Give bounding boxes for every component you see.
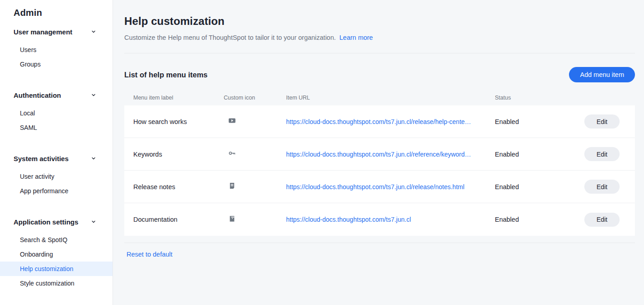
sidebar-item-groups[interactable]: Groups [0, 57, 113, 71]
sidebar-item-saml[interactable]: SAML [0, 120, 113, 135]
item-url-link[interactable]: https://cloud-docs.thoughtspot.com/ts7.j… [286, 151, 471, 158]
sidebar-section: System activities User activity App perf… [0, 151, 113, 198]
sidebar-section: Authentication Local SAML [0, 88, 113, 135]
sidebar-item-help-customization[interactable]: Help customization [0, 262, 113, 276]
sidebar-item-app-performance[interactable]: App performance [0, 184, 113, 198]
page-description: Customize the Help menu of ThoughtSpot t… [124, 34, 635, 41]
sidebar-section-application-settings[interactable]: Application settings [0, 214, 113, 229]
list-header: List of help menu items Add menu item [124, 67, 635, 82]
sidebar-title: Admin [14, 8, 113, 18]
chevron-down-icon [91, 92, 96, 98]
menu-item-label: Release notes [133, 183, 224, 191]
edit-button[interactable]: Edit [584, 147, 620, 161]
add-menu-item-button[interactable]: Add menu item [569, 67, 635, 82]
sidebar-section: Application settings Search & SpotIQ Onb… [0, 214, 113, 291]
sidebar-item-search-spotiq[interactable]: Search & SpotIQ [0, 233, 113, 247]
sidebar-nav: User management Users Groups Authenticat… [0, 24, 113, 291]
video-icon [228, 117, 236, 124]
chevron-down-icon [91, 219, 96, 224]
key-icon [228, 149, 236, 157]
table-body: How search works https://cloud-docs.thou… [124, 105, 635, 236]
column-header-custom-icon: Custom icon [224, 95, 286, 101]
sidebar: Admin User management Users Groups Authe… [0, 0, 113, 305]
menu-item-label: Keywords [133, 151, 224, 158]
item-url-link[interactable]: https://cloud-docs.thoughtspot.com/ts7.j… [286, 118, 471, 125]
app: Admin User management Users Groups Authe… [0, 0, 644, 305]
menu-item-label: How search works [133, 118, 224, 125]
header-divider [124, 53, 635, 53]
main-content: Help customization Customize the Help me… [113, 0, 644, 305]
learn-more-link[interactable]: Learn more [339, 34, 373, 41]
item-url-link[interactable]: https://cloud-docs.thoughtspot.com/ts7.j… [286, 216, 411, 223]
status-text: Enabled [495, 118, 583, 125]
table-row: Release notes https://cloud-docs.thought… [124, 171, 635, 203]
sidebar-section-user-management[interactable]: User management [0, 24, 113, 39]
table-divider [124, 243, 635, 243]
status-text: Enabled [495, 151, 583, 158]
help-menu-table: Menu item label Custom icon Item URL Sta… [124, 95, 635, 236]
document-icon [228, 182, 236, 190]
sidebar-section-authentication[interactable]: Authentication [0, 88, 113, 102]
status-text: Enabled [495, 216, 583, 223]
table-row: Keywords https://cloud-docs.thoughtspot.… [124, 138, 635, 171]
sidebar-item-style-customization[interactable]: Style customization [0, 276, 113, 291]
column-header-menu-item-label: Menu item label [133, 95, 224, 101]
chevron-down-icon [91, 156, 96, 161]
list-title: List of help menu items [124, 71, 207, 79]
reset-to-default-link[interactable]: Reset to default [127, 251, 173, 258]
table-row: How search works https://cloud-docs.thou… [124, 105, 635, 138]
sidebar-item-onboarding[interactable]: Onboarding [0, 247, 113, 262]
book-icon [228, 215, 236, 223]
item-url-link[interactable]: https://cloud-docs.thoughtspot.com/ts7.j… [286, 183, 465, 191]
page-description-text: Customize the Help menu of ThoughtSpot t… [124, 34, 336, 41]
menu-item-label: Documentation [133, 216, 224, 223]
table-header-row: Menu item label Custom icon Item URL Sta… [124, 95, 635, 105]
edit-button[interactable]: Edit [584, 180, 620, 194]
edit-button[interactable]: Edit [584, 213, 620, 227]
column-header-status: Status [495, 95, 583, 101]
page-title: Help customization [124, 15, 635, 28]
sidebar-item-user-activity[interactable]: User activity [0, 169, 113, 184]
edit-button[interactable]: Edit [584, 114, 620, 129]
table-row: Documentation https://cloud-docs.thought… [124, 203, 635, 236]
chevron-down-icon [91, 29, 96, 34]
sidebar-item-users[interactable]: Users [0, 43, 113, 57]
sidebar-item-local[interactable]: Local [0, 106, 113, 120]
sidebar-section-system-activities[interactable]: System activities [0, 151, 113, 166]
column-header-item-url: Item URL [286, 95, 495, 101]
status-text: Enabled [495, 183, 583, 191]
sidebar-section: User management Users Groups [0, 24, 113, 71]
